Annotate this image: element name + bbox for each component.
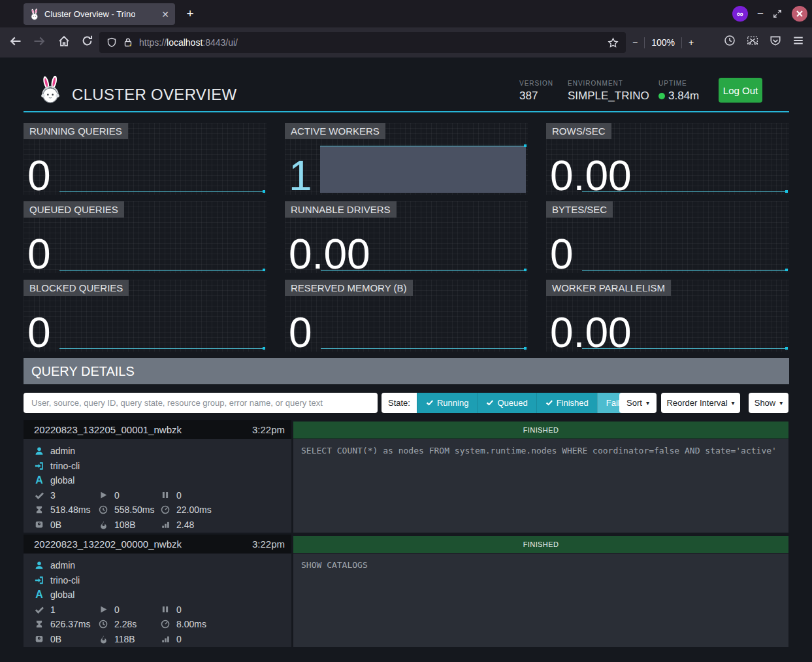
query-search-input[interactable] [24,393,378,413]
cumulative-memory-chart-icon [160,520,171,529]
tile-worker-parallelism: WORKER PARALLELISM 0.00 [546,280,789,352]
sparkline-dot [263,269,265,271]
chevron-down-icon: ▾ [732,400,735,406]
wall-time-hourglass-icon [34,620,44,629]
query-user: admin [50,560,75,571]
version-block: VERSION 387 [519,80,553,103]
cpu-time-gauge-icon [160,620,171,629]
tile-reserved-memory: RESERVED MEMORY (B) 0 [285,280,528,352]
query-details-header: QUERY DETAILS [24,358,789,384]
query-status-bar: FINISHED [293,422,788,439]
sort-dropdown[interactable]: Sort▾ [619,393,657,413]
new-tab-button[interactable]: + [182,5,199,22]
zoom-out-button[interactable]: − [632,37,638,48]
query-resource-group: global [50,589,74,600]
sparkline-dot [524,269,527,271]
query-summary-panel: admin trino-cli A global 3 0 0 518.48ms … [24,439,291,533]
query-row-header: 20220823_132202_00000_nwbzk 3:22pm [24,535,291,554]
show-dropdown[interactable]: Show▾ [749,393,788,413]
tile-runnable-drivers: RUNNABLE DRIVERS 0.00 [285,201,528,273]
elapsed-time-clock-icon [98,505,108,514]
pocket-shield-icon[interactable] [770,35,781,46]
tile-rows-sec: ROWS/SEC 0.00 [546,123,789,195]
trino-favicon-bunny-icon [29,8,40,20]
uptime-block: UPTIME 3.84m [658,80,699,103]
screen: Cluster Overview - Trino ✕ + ∞ – [0,0,812,662]
menu-hamburger-icon[interactable] [792,35,804,46]
tile-running-queries: RUNNING QUERIES 0 [24,123,267,195]
tracking-shield-icon[interactable] [106,37,117,48]
browser-tab[interactable]: Cluster Overview - Trino ✕ [24,3,175,25]
tab-close-icon[interactable]: ✕ [161,10,169,19]
sparkline-dot [524,347,527,350]
wall-time-hourglass-icon [34,505,44,514]
query-time: 3:22pm [252,538,285,550]
state-filter-queued[interactable]: Queued [477,393,536,413]
current-memory-scale-icon [34,635,44,643]
state-filter-group: State: Running Queued Finished Failed▾ [382,393,645,413]
zoom-level-button[interactable]: 100% [651,37,675,48]
cumulative-memory-chart-icon [160,635,171,643]
tile-bytes-sec: BYTES/SEC 0 [546,201,789,273]
source-signin-icon [34,461,44,471]
back-icon[interactable] [9,35,22,48]
query-row-header: 20220823_132205_00001_nwbzk 3:22pm [24,420,291,439]
query-resource-group: global [50,475,74,486]
peak-memory-fire-icon [98,635,108,644]
url-text: https://localhost:8443/ui/ [139,37,238,48]
query-id-link[interactable]: 20220823_132202_00000_nwbzk [34,538,182,550]
forward-icon[interactable] [33,35,46,48]
bookmark-star-icon[interactable] [608,37,619,48]
tile-queued-queries: QUEUED QUERIES 0 [24,201,267,273]
reorder-interval-dropdown[interactable]: Reorder Interval▾ [661,393,740,413]
user-icon [34,561,44,570]
queued-splits-pause-icon [160,491,171,499]
running-splits-play-icon [98,605,108,614]
history-clock-icon[interactable] [724,35,736,46]
sparkline-dot [785,269,788,271]
window-minimize-button[interactable]: – [758,7,763,21]
tab-title: Cluster Overview - Trino [44,9,135,19]
check-icon [545,399,553,406]
private-browsing-mask-icon[interactable]: ∞ [732,6,748,22]
page-title: CLUSTER OVERVIEW [72,86,236,104]
home-icon[interactable] [57,35,71,48]
query-sql-text: SELECT COUNT(*) as nodes FROM system.run… [293,439,788,533]
resource-group-icon: A [34,475,44,486]
sparkline-area [320,146,526,193]
query-id-link[interactable]: 20220823_132205_00001_nwbzk [34,424,182,435]
query-user: admin [50,446,75,456]
completed-splits-check-icon [34,491,44,500]
chevron-down-icon: ▾ [779,400,783,406]
browser-tab-bar: Cluster Overview - Trino ✕ + ∞ – [0,0,812,27]
sparkline [59,191,265,192]
query-source: trino-cli [50,575,80,586]
check-icon [426,399,433,406]
sparkline-dot [263,190,265,193]
peak-memory-fire-icon [98,520,108,529]
sparkline-dot [785,347,788,350]
divider [644,37,645,48]
state-filter-running[interactable]: Running [417,393,477,413]
window-maximize-button[interactable] [773,9,782,18]
query-status-bar: FINISHED [293,536,788,553]
sparkline-dot [263,347,265,350]
query-sql-text: SHOW CATALOGS [293,554,788,647]
window-close-button[interactable] [792,6,807,22]
trino-bunny-logo [38,76,63,103]
state-filter-finished[interactable]: Finished [536,393,597,413]
check-icon [486,399,493,406]
uptime-status-dot [658,93,665,99]
reload-icon[interactable] [81,35,93,47]
query-summary-panel: admin trino-cli A global 1 0 0 626.37ms … [24,554,291,647]
url-bar[interactable]: https://localhost:8443/ui/ [99,32,626,53]
query-time: 3:22pm [252,424,285,435]
sparkline [59,348,265,349]
zoom-in-button[interactable]: + [689,37,694,48]
screenshot-scissors-icon[interactable] [747,35,758,46]
sparkline [59,270,265,271]
resource-group-icon: A [34,589,44,600]
sparkline [582,270,787,271]
connection-lock-icon[interactable] [123,37,133,48]
logout-button[interactable]: Log Out [719,78,762,103]
